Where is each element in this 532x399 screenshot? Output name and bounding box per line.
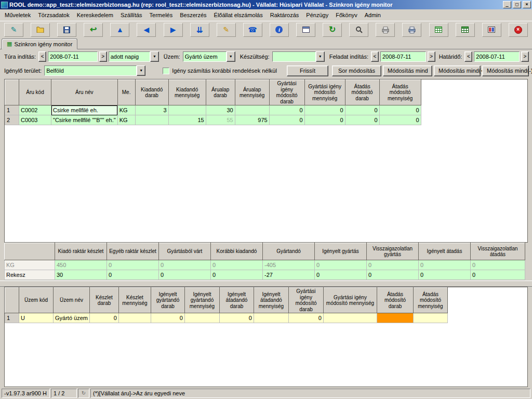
new-record-button[interactable]: ✎ [4, 23, 23, 37]
hatarido-date-next-button[interactable]: > [521, 51, 529, 62]
grid-cell[interactable]: 30 [55, 270, 107, 280]
chevron-down-icon[interactable]: ▼ [137, 65, 145, 76]
cell-aru-kod[interactable]: C0003 [19, 115, 51, 125]
modify-all-minus-button[interactable]: Módosítás mind(-) [482, 65, 529, 76]
keszultseg-select[interactable]: ▼ [272, 51, 325, 62]
grid-cell[interactable]: 0 [379, 115, 421, 125]
grid-cell[interactable]: 0 [379, 105, 421, 115]
table-row[interactable]: 1 U Gyártó üzem 0 0 0 0 [5, 313, 448, 323]
chevron-down-icon[interactable]: ▼ [150, 51, 159, 62]
grid-cell[interactable] [118, 313, 151, 323]
cell-uzem-nev[interactable]: Gyártó üzem [54, 313, 90, 323]
chevron-down-icon[interactable]: ▼ [316, 51, 325, 62]
close-button[interactable]: × [523, 1, 531, 8]
grid-cell[interactable]: 0 [345, 105, 379, 115]
splitter[interactable] [0, 281, 532, 287]
grid-cell[interactable] [254, 313, 288, 323]
grid-cell[interactable]: 0 [107, 270, 159, 280]
grid-cell[interactable]: 0 [315, 260, 367, 270]
tura-date-field[interactable]: 2008-07-11 [48, 51, 98, 62]
phone-button[interactable]: ☎ [243, 23, 262, 37]
tura-date-prev-button[interactable]: < [38, 51, 46, 62]
menu-kereskedelem[interactable]: Kereskedelem [73, 10, 117, 20]
menu-beszerzes[interactable]: Beszerzés [176, 10, 210, 20]
feladat-date-prev-button[interactable]: < [371, 51, 379, 62]
grid-cell[interactable]: 0 [159, 270, 211, 280]
cell-me[interactable]: KG [117, 115, 135, 125]
grid-cell[interactable]: -27 [263, 270, 315, 280]
grid-cell[interactable]: -405 [263, 260, 315, 270]
grid-cell[interactable] [323, 313, 377, 323]
menu-termeles[interactable]: Termelés [146, 10, 177, 20]
menu-raktarozas[interactable]: Raktározás [267, 10, 303, 20]
grid-cell[interactable]: 0 [219, 313, 254, 323]
menu-eloallat-elszamolas[interactable]: Élőállat elszámolás [210, 10, 267, 20]
table-row[interactable]: 1 C0002 Csirke mellfilé eh. KG 3 30 0 0 … [5, 105, 421, 115]
selected-cell-atadas-modosito[interactable] [377, 313, 413, 323]
refresh-button[interactable]: Frissít [287, 65, 328, 76]
info-button[interactable]: i [270, 23, 289, 37]
uzem-select[interactable]: Gyártó üzem ▼ [183, 51, 235, 62]
grid-cell[interactable]: 0 [159, 260, 211, 270]
tura-date-next-button[interactable]: > [99, 51, 107, 62]
selected-cell-aru-nev[interactable]: Csirke mellfilé eh. [51, 105, 118, 115]
grid-cell[interactable]: 55 [206, 115, 235, 125]
chevron-down-icon[interactable]: ▼ [227, 51, 235, 62]
minimize-button[interactable]: _ [503, 1, 511, 8]
hatarido-date-field[interactable]: 2008-07-11 [474, 51, 520, 62]
grid-cell[interactable]: 0 [471, 260, 525, 270]
no-previous-orders-checkbox[interactable] [163, 68, 169, 74]
hatarido-date-prev-button[interactable]: < [464, 51, 472, 62]
grid-cell[interactable]: 0 [89, 313, 118, 323]
grid-cell[interactable]: 0 [367, 260, 419, 270]
cell-me[interactable]: KG [117, 105, 135, 115]
grid-cell[interactable]: 0 [211, 270, 263, 280]
grid-cell[interactable]: 0 [367, 270, 419, 280]
row-number[interactable]: 1 [5, 313, 19, 323]
search-button[interactable] [349, 23, 368, 37]
print-button[interactable] [402, 23, 421, 37]
tura-range-select[interactable]: adott napig ▼ [109, 51, 159, 62]
menu-muveletek[interactable]: Műveletek [1, 10, 34, 20]
layout-button[interactable] [482, 23, 501, 37]
maximize-button[interactable]: □ [513, 1, 521, 8]
refresh-button-toolbar[interactable]: ↻ [323, 23, 342, 37]
row-number[interactable]: 1 [5, 105, 19, 115]
grid-cell[interactable] [184, 313, 219, 323]
tab-szinkron-igeny-monitor[interactable]: ▦ Szinkron igény monitor [2, 38, 77, 49]
feladat-date-next-button[interactable]: > [428, 51, 435, 62]
previous-record-button[interactable]: ◀ [137, 23, 156, 37]
table-row[interactable]: 2 C0003 "Csirke mellfilé ""B"" eh." KG 1… [5, 115, 421, 125]
grid-cell[interactable] [168, 105, 206, 115]
modify-all-plus-button[interactable]: Módosítás mind(+) [434, 65, 481, 76]
grid-cell[interactable]: 0 [269, 105, 304, 115]
grid-cell[interactable]: 0 [151, 313, 184, 323]
grid-cell[interactable]: 3 [135, 105, 168, 115]
cell-aru-nev[interactable]: "Csirke mellfilé ""B"" eh." [51, 115, 118, 125]
grid-cell[interactable]: 15 [168, 115, 206, 125]
grid-cell[interactable] [235, 105, 269, 115]
row-modify-button[interactable]: Sor módosítás [332, 65, 381, 76]
export-grid-alt-button[interactable] [456, 23, 475, 37]
menu-penzugy[interactable]: Pénzügy [302, 10, 332, 20]
row-number[interactable]: 2 [5, 115, 19, 125]
menu-admin[interactable]: Admin [361, 10, 384, 20]
modify-all-button[interactable]: Módosítás mind [383, 65, 432, 76]
save-button[interactable] [57, 23, 76, 37]
igenylo-terulet-select[interactable]: Belföld ▼ [44, 65, 145, 76]
grid-cell[interactable]: 450 [55, 260, 107, 270]
cell-uzem-kod[interactable]: U [19, 313, 54, 323]
undo-button[interactable]: ↩ [84, 23, 103, 37]
grid-cell[interactable]: 0 [471, 270, 525, 280]
grid-cell[interactable]: 0 [288, 313, 323, 323]
grid-cell[interactable]: 0 [419, 260, 471, 270]
menu-torzsadatok[interactable]: Törzsadatok [34, 10, 73, 20]
grid-cell[interactable]: 0 [345, 115, 379, 125]
grid-cell[interactable] [413, 313, 447, 323]
form-window-button[interactable] [296, 23, 315, 37]
grid-cell[interactable]: 0 [304, 115, 345, 125]
grid-cell[interactable]: 0 [269, 115, 304, 125]
next-record-button[interactable]: ▶ [164, 23, 183, 37]
exit-button[interactable]: × [509, 23, 528, 37]
menu-fokonyv[interactable]: Főkönyv [332, 10, 361, 20]
